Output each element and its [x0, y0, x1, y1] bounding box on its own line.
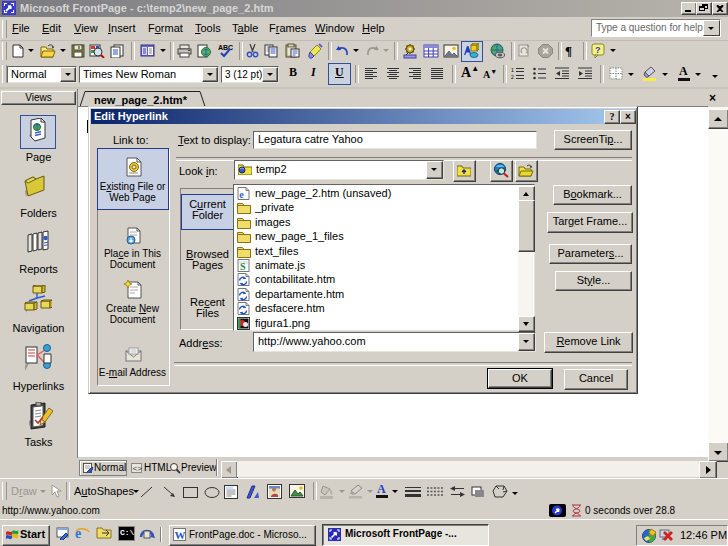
- svg-text:?: ?: [595, 45, 601, 55]
- svg-text:2: 2: [511, 74, 514, 80]
- svg-text:<>: <>: [133, 464, 143, 473]
- svg-text:e: e: [239, 189, 244, 200]
- svg-text:1: 1: [511, 67, 514, 73]
- svg-text:ABC: ABC: [218, 44, 233, 51]
- svg-text:W: W: [175, 529, 186, 541]
- svg-text:S: S: [240, 261, 246, 272]
